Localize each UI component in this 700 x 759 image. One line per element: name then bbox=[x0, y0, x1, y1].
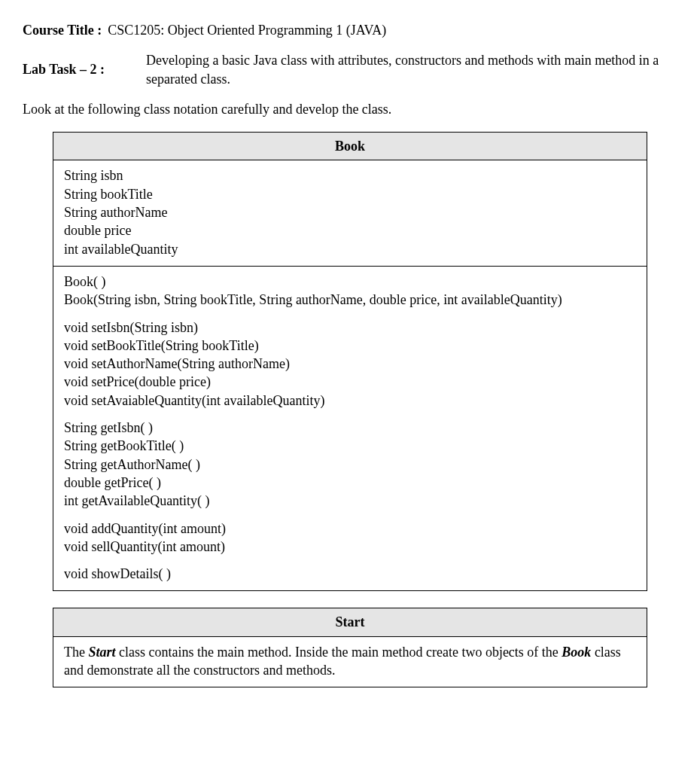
start-body-bold1: Start bbox=[88, 645, 115, 660]
book-constructor: Book(String isbn, String bookTitle, Stri… bbox=[64, 291, 636, 309]
book-operation: void addQuantity(int amount) bbox=[64, 520, 636, 538]
book-setter: void setAvaiableQuantity(int availableQu… bbox=[64, 392, 636, 410]
book-attribute: int availableQuantity bbox=[64, 240, 636, 258]
start-body-cell: The Start class contains the main method… bbox=[53, 636, 647, 687]
lab-task-label: Lab Task – 2 : bbox=[23, 60, 135, 78]
book-methods-cell: Book( ) Book(String isbn, String bookTit… bbox=[53, 266, 647, 590]
course-title-row: Course Title : CSC1205: Object Oriented … bbox=[23, 21, 677, 39]
book-operation: void sellQuantity(int amount) bbox=[64, 538, 636, 556]
start-body-bold2: Book bbox=[562, 645, 591, 660]
book-attribute: String isbn bbox=[64, 166, 636, 184]
book-operations-group: void addQuantity(int amount) void sellQu… bbox=[64, 520, 636, 556]
book-getter: String getAuthorName( ) bbox=[64, 456, 636, 474]
instruction-text: Look at the following class notation car… bbox=[23, 100, 677, 118]
book-setter: void setPrice(double price) bbox=[64, 373, 636, 391]
book-constructors-group: Book( ) Book(String isbn, String bookTit… bbox=[64, 273, 636, 309]
start-table-title: Start bbox=[53, 608, 647, 636]
start-uml-table: Start The Start class contains the main … bbox=[53, 608, 647, 687]
book-setter: void setAuthorName(String authorName) bbox=[64, 355, 636, 373]
book-getter: String getIsbn( ) bbox=[64, 419, 636, 437]
book-uml-table: Book String isbn String bookTitle String… bbox=[53, 132, 647, 591]
book-setter: void setIsbn(String isbn) bbox=[64, 319, 636, 337]
book-constructor: Book( ) bbox=[64, 273, 636, 291]
book-display-method: void showDetails( ) bbox=[64, 565, 636, 583]
lab-task-description: Developing a basic Java class with attri… bbox=[146, 51, 677, 88]
book-getter: String getBookTitle( ) bbox=[64, 437, 636, 455]
start-table-wrap: Start The Start class contains the main … bbox=[23, 608, 677, 687]
course-title-label: Course Title : bbox=[23, 21, 102, 39]
book-setter: void setBookTitle(String bookTitle) bbox=[64, 337, 636, 355]
start-body-prefix: The bbox=[64, 645, 88, 660]
book-display-group: void showDetails( ) bbox=[64, 565, 636, 583]
book-getter: double getPrice( ) bbox=[64, 474, 636, 492]
book-attribute: String bookTitle bbox=[64, 185, 636, 203]
book-getter: int getAvailableQuantity( ) bbox=[64, 492, 636, 510]
book-attributes-cell: String isbn String bookTitle String auth… bbox=[53, 160, 647, 266]
book-attributes-group: String isbn String bookTitle String auth… bbox=[64, 166, 636, 258]
course-title-value: CSC1205: Object Oriented Programming 1 (… bbox=[108, 21, 386, 39]
book-table-wrap: Book String isbn String bookTitle String… bbox=[23, 132, 677, 591]
book-getters-group: String getIsbn( ) String getBookTitle( )… bbox=[64, 419, 636, 510]
lab-task-row: Lab Task – 2 : Developing a basic Java c… bbox=[23, 51, 677, 88]
book-attribute: String authorName bbox=[64, 203, 636, 221]
start-body-mid1: class contains the main method. Inside t… bbox=[116, 645, 562, 660]
book-table-title: Book bbox=[53, 133, 647, 160]
book-setters-group: void setIsbn(String isbn) void setBookTi… bbox=[64, 319, 636, 410]
book-attribute: double price bbox=[64, 221, 636, 239]
